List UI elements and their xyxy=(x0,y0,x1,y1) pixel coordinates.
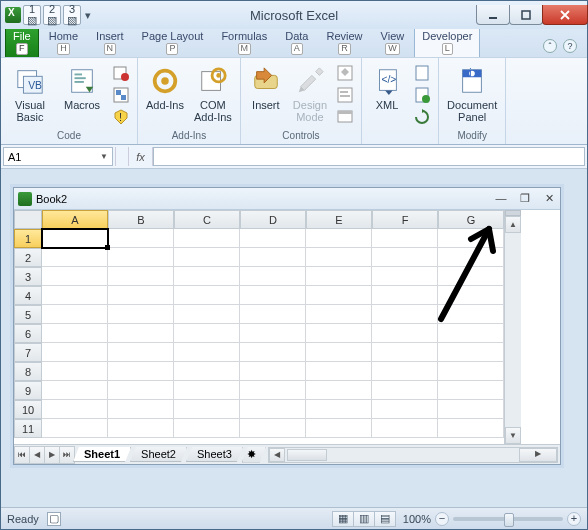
sheet-tab-2[interactable]: Sheet2 xyxy=(130,447,187,462)
column-header[interactable]: E xyxy=(306,210,372,229)
qat-dropdown[interactable]: ▾ xyxy=(83,5,93,25)
row-header[interactable]: 5 xyxy=(14,305,42,324)
cell[interactable] xyxy=(174,248,240,267)
cell[interactable] xyxy=(240,400,306,419)
row-header[interactable]: 11 xyxy=(14,419,42,438)
row-header[interactable]: 2 xyxy=(14,248,42,267)
row-header[interactable]: 10 xyxy=(14,400,42,419)
column-header[interactable]: C xyxy=(174,210,240,229)
qat-item-2[interactable]: 2▧ xyxy=(43,5,61,25)
cell[interactable] xyxy=(42,229,108,248)
xml-source-icon[interactable] xyxy=(412,63,432,83)
tab-view[interactable]: ViewW xyxy=(373,26,413,57)
tab-insert[interactable]: InsertN xyxy=(88,26,132,57)
cell[interactable] xyxy=(174,400,240,419)
cell[interactable] xyxy=(306,400,372,419)
fx-label[interactable]: fx xyxy=(129,147,153,166)
tab-nav-next-icon[interactable]: ▶ xyxy=(44,446,60,464)
cell[interactable] xyxy=(174,362,240,381)
cell[interactable] xyxy=(108,419,174,438)
help-icon[interactable]: ? xyxy=(563,39,577,53)
cell[interactable] xyxy=(372,286,438,305)
cell[interactable] xyxy=(174,381,240,400)
tab-formulas[interactable]: FormulasM xyxy=(213,26,275,57)
scroll-right-icon[interactable]: ▶ xyxy=(519,448,557,462)
cell[interactable] xyxy=(372,381,438,400)
workbook-close-icon[interactable]: ✕ xyxy=(542,192,556,205)
minimize-button[interactable] xyxy=(476,5,510,25)
cell[interactable] xyxy=(438,381,504,400)
cell[interactable] xyxy=(240,419,306,438)
column-header[interactable]: A xyxy=(42,210,108,229)
addins-button[interactable]: Add-Ins xyxy=(144,63,186,113)
cell[interactable] xyxy=(240,324,306,343)
xml-refresh-icon[interactable] xyxy=(412,107,432,127)
cell[interactable] xyxy=(174,324,240,343)
tab-page-layout[interactable]: Page LayoutP xyxy=(134,26,212,57)
cell[interactable] xyxy=(240,229,306,248)
cell[interactable] xyxy=(438,419,504,438)
vertical-scrollbar[interactable]: ▲ ▼ xyxy=(504,210,521,444)
cell[interactable] xyxy=(42,267,108,286)
cell[interactable] xyxy=(240,343,306,362)
cell[interactable] xyxy=(108,400,174,419)
cell[interactable] xyxy=(372,400,438,419)
cell[interactable] xyxy=(372,343,438,362)
insert-control-button[interactable]: Insert xyxy=(247,63,285,113)
xml-expansion-icon[interactable] xyxy=(412,85,432,105)
cell[interactable] xyxy=(42,248,108,267)
horizontal-scrollbar[interactable]: ◀ ▶ xyxy=(268,447,558,463)
formula-input[interactable] xyxy=(153,147,585,166)
cell[interactable] xyxy=(108,362,174,381)
cell[interactable] xyxy=(42,305,108,324)
cell[interactable] xyxy=(42,286,108,305)
ribbon-minimize-icon[interactable]: ˆ xyxy=(543,39,557,53)
design-mode-button[interactable]: Design Mode xyxy=(291,63,329,125)
cell[interactable] xyxy=(108,267,174,286)
workbook-maximize-icon[interactable]: ❐ xyxy=(518,192,532,205)
cell[interactable] xyxy=(306,267,372,286)
view-normal-icon[interactable]: ▦ xyxy=(332,511,354,527)
record-macro-icon[interactable] xyxy=(111,63,131,83)
new-sheet-icon[interactable]: ✸ xyxy=(242,447,266,463)
column-header[interactable]: G xyxy=(438,210,504,229)
cell[interactable] xyxy=(240,286,306,305)
column-header[interactable]: F xyxy=(372,210,438,229)
zoom-in-icon[interactable]: + xyxy=(567,512,581,526)
tab-nav-prev-icon[interactable]: ◀ xyxy=(29,446,45,464)
workbook-titlebar[interactable]: Book2 ― ❐ ✕ xyxy=(14,188,560,210)
cell[interactable] xyxy=(42,362,108,381)
cell[interactable] xyxy=(174,343,240,362)
cell[interactable] xyxy=(438,343,504,362)
scroll-left-icon[interactable]: ◀ xyxy=(269,448,285,462)
cell[interactable] xyxy=(306,286,372,305)
tab-review[interactable]: ReviewR xyxy=(318,26,370,57)
row-header[interactable]: 9 xyxy=(14,381,42,400)
cell[interactable] xyxy=(438,286,504,305)
cell[interactable] xyxy=(42,400,108,419)
row-header[interactable]: 4 xyxy=(14,286,42,305)
cell[interactable] xyxy=(174,267,240,286)
cell[interactable] xyxy=(372,362,438,381)
scroll-down-icon[interactable]: ▼ xyxy=(505,427,521,444)
cell[interactable] xyxy=(438,362,504,381)
run-dialog-icon[interactable] xyxy=(335,107,355,127)
name-box[interactable]: A1 ▼ xyxy=(3,147,113,166)
cell[interactable] xyxy=(438,324,504,343)
cell[interactable] xyxy=(42,381,108,400)
tab-file[interactable]: FileF xyxy=(5,26,39,57)
cell[interactable] xyxy=(108,286,174,305)
close-button[interactable] xyxy=(542,5,588,25)
cell[interactable] xyxy=(174,419,240,438)
cell[interactable] xyxy=(306,381,372,400)
tab-nav-first-icon[interactable]: ⏮ xyxy=(14,446,30,464)
cell[interactable] xyxy=(372,419,438,438)
cell[interactable] xyxy=(372,305,438,324)
qat-item-1[interactable]: 1▧ xyxy=(23,5,41,25)
cell[interactable] xyxy=(372,324,438,343)
column-header[interactable]: D xyxy=(240,210,306,229)
xml-button[interactable]: </> XML xyxy=(368,63,406,113)
view-pagebreak-icon[interactable]: ▤ xyxy=(374,511,396,527)
cell[interactable] xyxy=(240,267,306,286)
cell[interactable] xyxy=(240,362,306,381)
